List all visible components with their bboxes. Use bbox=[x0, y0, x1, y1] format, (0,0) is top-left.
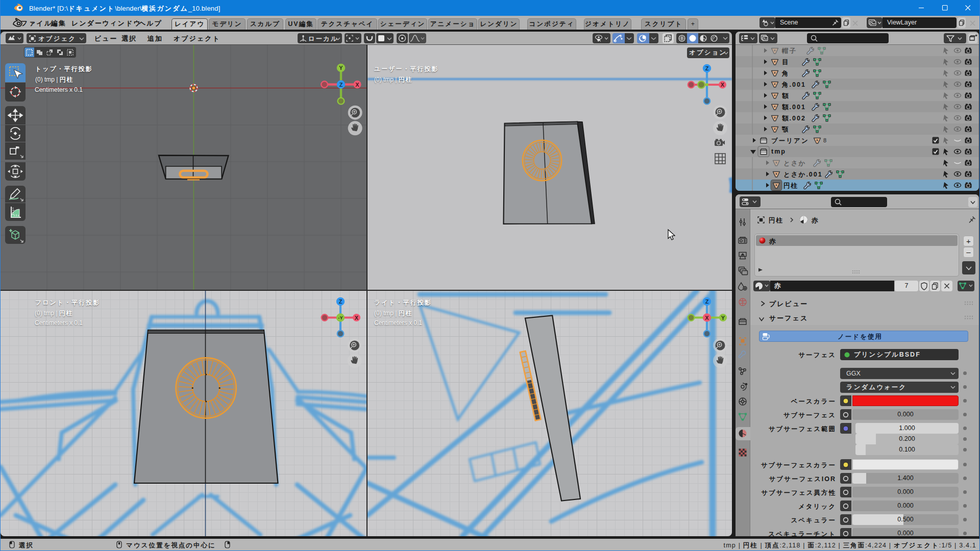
svg-text:Z: Z bbox=[705, 298, 709, 305]
svg-text:Z: Z bbox=[339, 82, 343, 88]
svg-text:X: X bbox=[721, 82, 725, 88]
svg-text:-Y: -Y bbox=[338, 315, 343, 320]
svg-text:Z: Z bbox=[705, 65, 709, 71]
svg-text:X: X bbox=[355, 315, 359, 321]
svg-text:X: X bbox=[355, 82, 359, 88]
svg-text:8: 8 bbox=[823, 137, 826, 143]
svg-text:Y: Y bbox=[339, 65, 343, 71]
svg-text:X: X bbox=[705, 315, 709, 321]
svg-text:Y: Y bbox=[721, 315, 725, 321]
svg-text:Z: Z bbox=[339, 298, 342, 305]
